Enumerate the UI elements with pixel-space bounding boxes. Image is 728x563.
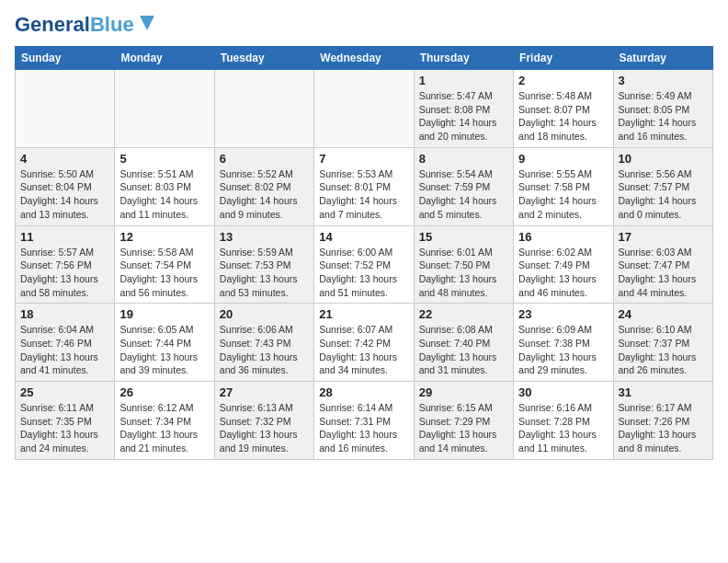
day-number: 26 bbox=[119, 385, 209, 399]
calendar-cell: 12Sunrise: 5:58 AMSunset: 7:54 PMDayligh… bbox=[115, 225, 214, 304]
day-detail: Sunrise: 6:12 AMSunset: 7:34 PMDaylight:… bbox=[119, 401, 209, 455]
day-detail: Sunrise: 5:51 AMSunset: 8:03 PMDaylight:… bbox=[119, 167, 209, 222]
day-detail: Sunrise: 5:48 AMSunset: 8:07 PMDaylight:… bbox=[518, 89, 608, 144]
day-detail: Sunrise: 5:55 AMSunset: 7:58 PMDaylight:… bbox=[518, 167, 608, 222]
day-number: 21 bbox=[319, 307, 408, 321]
weekday-header-wednesday: Wednesday bbox=[314, 47, 414, 70]
calendar-week-4: 18Sunrise: 6:04 AMSunset: 7:46 PMDayligh… bbox=[16, 304, 713, 382]
day-detail: Sunrise: 5:56 AMSunset: 7:57 PMDaylight:… bbox=[619, 167, 708, 222]
day-detail: Sunrise: 5:47 AMSunset: 8:08 PMDaylight:… bbox=[419, 89, 508, 144]
day-detail: Sunrise: 5:59 AMSunset: 7:53 PMDaylight:… bbox=[220, 246, 309, 300]
calendar-cell: 5Sunrise: 5:51 AMSunset: 8:03 PMDaylight… bbox=[115, 147, 214, 225]
day-detail: Sunrise: 5:52 AMSunset: 8:02 PMDaylight:… bbox=[220, 167, 309, 222]
day-number: 22 bbox=[419, 307, 508, 321]
day-detail: Sunrise: 6:03 AMSunset: 7:47 PMDaylight:… bbox=[619, 246, 708, 300]
day-number: 12 bbox=[119, 230, 209, 244]
day-number: 6 bbox=[220, 152, 309, 166]
day-number: 16 bbox=[518, 230, 608, 244]
day-detail: Sunrise: 6:08 AMSunset: 7:40 PMDaylight:… bbox=[419, 323, 508, 377]
day-number: 24 bbox=[619, 307, 708, 321]
day-number: 23 bbox=[518, 307, 608, 321]
day-detail: Sunrise: 6:17 AMSunset: 7:26 PMDaylight:… bbox=[619, 401, 708, 455]
calendar-week-5: 25Sunrise: 6:11 AMSunset: 7:35 PMDayligh… bbox=[16, 382, 713, 460]
calendar-cell: 27Sunrise: 6:13 AMSunset: 7:32 PMDayligh… bbox=[214, 382, 313, 460]
day-number: 11 bbox=[20, 230, 109, 244]
calendar-cell: 6Sunrise: 5:52 AMSunset: 8:02 PMDaylight… bbox=[214, 147, 313, 225]
day-detail: Sunrise: 5:54 AMSunset: 7:59 PMDaylight:… bbox=[419, 167, 508, 222]
day-number: 30 bbox=[518, 385, 608, 399]
calendar-cell: 2Sunrise: 5:48 AMSunset: 8:07 PMDaylight… bbox=[514, 70, 613, 148]
day-number: 5 bbox=[119, 152, 209, 166]
calendar-cell bbox=[115, 70, 214, 148]
calendar-cell: 15Sunrise: 6:01 AMSunset: 7:50 PMDayligh… bbox=[414, 225, 513, 304]
calendar-cell: 8Sunrise: 5:54 AMSunset: 7:59 PMDaylight… bbox=[414, 147, 513, 225]
day-detail: Sunrise: 6:13 AMSunset: 7:32 PMDaylight:… bbox=[220, 401, 309, 455]
day-number: 7 bbox=[319, 152, 408, 166]
calendar-cell: 13Sunrise: 5:59 AMSunset: 7:53 PMDayligh… bbox=[214, 225, 313, 304]
day-detail: Sunrise: 6:04 AMSunset: 7:46 PMDaylight:… bbox=[20, 323, 109, 377]
calendar-cell bbox=[214, 70, 313, 148]
calendar-cell: 30Sunrise: 6:16 AMSunset: 7:28 PMDayligh… bbox=[514, 382, 613, 460]
day-number: 15 bbox=[419, 230, 508, 244]
calendar-cell: 18Sunrise: 6:04 AMSunset: 7:46 PMDayligh… bbox=[16, 304, 115, 382]
day-number: 14 bbox=[319, 230, 408, 244]
calendar-cell: 20Sunrise: 6:06 AMSunset: 7:43 PMDayligh… bbox=[214, 304, 313, 382]
day-number: 27 bbox=[220, 385, 309, 399]
day-number: 17 bbox=[619, 230, 708, 244]
day-number: 9 bbox=[518, 152, 608, 166]
logo-arrow-icon bbox=[136, 12, 158, 34]
calendar-cell: 11Sunrise: 5:57 AMSunset: 7:56 PMDayligh… bbox=[16, 225, 115, 304]
day-number: 3 bbox=[619, 74, 708, 87]
weekday-header-tuesday: Tuesday bbox=[214, 47, 313, 70]
day-number: 10 bbox=[619, 152, 708, 166]
day-detail: Sunrise: 5:49 AMSunset: 8:05 PMDaylight:… bbox=[619, 89, 708, 144]
logo: GeneralBlue bbox=[15, 15, 158, 35]
calendar-cell: 19Sunrise: 6:05 AMSunset: 7:44 PMDayligh… bbox=[115, 304, 214, 382]
calendar-cell: 28Sunrise: 6:14 AMSunset: 7:31 PMDayligh… bbox=[314, 382, 414, 460]
calendar-cell: 21Sunrise: 6:07 AMSunset: 7:42 PMDayligh… bbox=[314, 304, 414, 382]
calendar-cell: 29Sunrise: 6:15 AMSunset: 7:29 PMDayligh… bbox=[414, 382, 513, 460]
day-detail: Sunrise: 6:07 AMSunset: 7:42 PMDaylight:… bbox=[319, 323, 408, 377]
calendar-week-2: 4Sunrise: 5:50 AMSunset: 8:04 PMDaylight… bbox=[16, 147, 713, 225]
calendar-cell: 1Sunrise: 5:47 AMSunset: 8:08 PMDaylight… bbox=[414, 70, 513, 148]
page-header: GeneralBlue bbox=[15, 15, 713, 35]
day-detail: Sunrise: 5:57 AMSunset: 7:56 PMDaylight:… bbox=[20, 246, 109, 300]
calendar-cell: 16Sunrise: 6:02 AMSunset: 7:49 PMDayligh… bbox=[514, 225, 613, 304]
day-detail: Sunrise: 6:09 AMSunset: 7:38 PMDaylight:… bbox=[518, 323, 608, 377]
calendar-cell: 17Sunrise: 6:03 AMSunset: 7:47 PMDayligh… bbox=[613, 225, 712, 304]
calendar-cell: 4Sunrise: 5:50 AMSunset: 8:04 PMDaylight… bbox=[16, 147, 115, 225]
day-number: 13 bbox=[220, 230, 309, 244]
weekday-header-thursday: Thursday bbox=[414, 47, 513, 70]
calendar-cell: 3Sunrise: 5:49 AMSunset: 8:05 PMDaylight… bbox=[613, 70, 712, 148]
day-detail: Sunrise: 6:16 AMSunset: 7:28 PMDaylight:… bbox=[518, 401, 608, 455]
calendar-cell: 31Sunrise: 6:17 AMSunset: 7:26 PMDayligh… bbox=[613, 382, 712, 460]
calendar-cell: 9Sunrise: 5:55 AMSunset: 7:58 PMDaylight… bbox=[514, 147, 613, 225]
day-detail: Sunrise: 5:53 AMSunset: 8:01 PMDaylight:… bbox=[319, 167, 408, 222]
day-number: 8 bbox=[419, 152, 508, 166]
day-detail: Sunrise: 6:00 AMSunset: 7:52 PMDaylight:… bbox=[319, 246, 408, 300]
day-detail: Sunrise: 6:05 AMSunset: 7:44 PMDaylight:… bbox=[119, 323, 209, 377]
calendar-cell bbox=[16, 70, 115, 148]
day-detail: Sunrise: 6:02 AMSunset: 7:49 PMDaylight:… bbox=[518, 246, 608, 300]
calendar-week-1: 1Sunrise: 5:47 AMSunset: 8:08 PMDaylight… bbox=[16, 70, 713, 148]
calendar-cell: 22Sunrise: 6:08 AMSunset: 7:40 PMDayligh… bbox=[414, 304, 513, 382]
calendar-cell: 24Sunrise: 6:10 AMSunset: 7:37 PMDayligh… bbox=[613, 304, 712, 382]
calendar-cell: 10Sunrise: 5:56 AMSunset: 7:57 PMDayligh… bbox=[613, 147, 712, 225]
day-detail: Sunrise: 5:58 AMSunset: 7:54 PMDaylight:… bbox=[119, 246, 209, 300]
day-number: 4 bbox=[20, 152, 109, 166]
calendar-week-3: 11Sunrise: 5:57 AMSunset: 7:56 PMDayligh… bbox=[16, 225, 713, 304]
weekday-header-monday: Monday bbox=[115, 47, 214, 70]
day-number: 20 bbox=[220, 307, 309, 321]
day-number: 28 bbox=[319, 385, 408, 399]
day-detail: Sunrise: 6:11 AMSunset: 7:35 PMDaylight:… bbox=[20, 401, 109, 455]
day-number: 29 bbox=[419, 385, 508, 399]
calendar-cell: 25Sunrise: 6:11 AMSunset: 7:35 PMDayligh… bbox=[16, 382, 115, 460]
day-number: 19 bbox=[119, 307, 209, 321]
day-number: 31 bbox=[619, 385, 708, 399]
day-detail: Sunrise: 6:14 AMSunset: 7:31 PMDaylight:… bbox=[319, 401, 408, 455]
day-number: 1 bbox=[419, 74, 508, 87]
calendar-cell bbox=[314, 70, 414, 148]
calendar-cell: 23Sunrise: 6:09 AMSunset: 7:38 PMDayligh… bbox=[514, 304, 613, 382]
weekday-header-sunday: Sunday bbox=[16, 47, 115, 70]
day-detail: Sunrise: 6:06 AMSunset: 7:43 PMDaylight:… bbox=[220, 323, 309, 377]
